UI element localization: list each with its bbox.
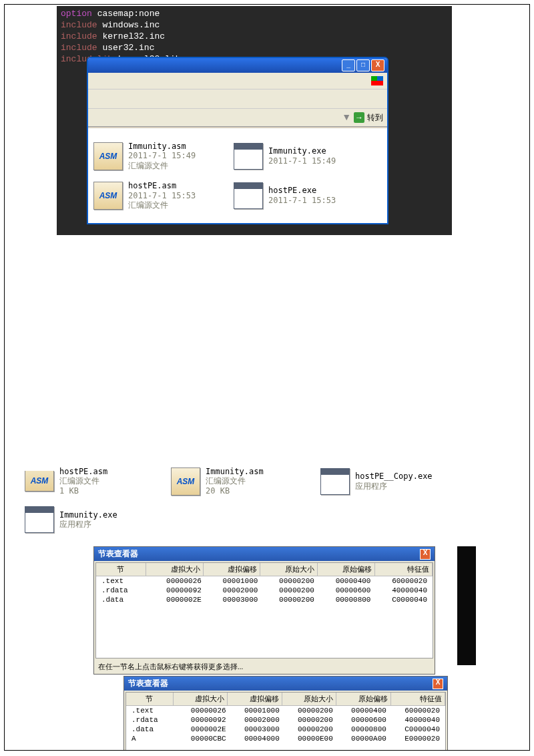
table-empty — [96, 604, 433, 658]
file-name: Immunity.asm — [128, 142, 196, 151]
close-button[interactable]: X — [371, 59, 384, 71]
file-date: 2011-7-1 15:53 — [128, 191, 196, 200]
titlebar[interactable]: _ □ X — [88, 58, 387, 73]
dark-border — [457, 546, 476, 665]
file-item[interactable]: Immunity.exe 2011-7-1 15:49 — [234, 142, 374, 170]
go-arrow-icon: → — [354, 112, 364, 123]
explorer-window[interactable]: _ □ X ▼ → 转到 ASM Immunity.asm 2011-7-1 1… — [87, 57, 388, 224]
windows-flag-icon — [371, 76, 383, 85]
keyword: include — [61, 20, 97, 30]
file-type: 应用程序 — [59, 520, 117, 529]
section-table[interactable]: 节 虚拟大小 虚拟偏移 原始大小 原始偏移 特征值 .text000000260… — [95, 562, 433, 658]
address-bar[interactable]: ▼ → 转到 — [88, 109, 387, 127]
section-viewer-window[interactable]: 节表查看器 X 节 虚拟大小 虚拟偏移 原始大小 原始偏移 特征值 .text0… — [93, 546, 435, 675]
file-item[interactable]: ASM hostPE.asm 2011-7-1 15:53 汇编源文件 — [93, 181, 234, 210]
desktop-files: ASM hostPE.asm 汇编源文件 1 KB ASM Immunity.a… — [17, 459, 529, 541]
table-row[interactable]: .text00000026000010000000020000000400600… — [126, 706, 445, 715]
file-name: hostPE.asm — [128, 181, 196, 190]
file-pane[interactable]: ASM Immunity.asm 2011-7-1 15:49 汇编源文件 Im… — [88, 127, 387, 223]
file-date: 2011-7-1 15:49 — [268, 156, 336, 166]
table-empty — [126, 743, 445, 751]
table-header: 节 虚拟大小 虚拟偏移 原始大小 原始偏移 特征值 — [96, 563, 433, 576]
file-type: 应用程序 — [355, 482, 433, 491]
table-row[interactable]: .rdata0000009200002000000002000000060040… — [96, 586, 433, 595]
section-table[interactable]: 节 虚拟大小 虚拟偏移 原始大小 原始偏移 特征值 .text000000260… — [125, 692, 446, 751]
section-viewer-window[interactable]: 节表查看器 X 节 虚拟大小 虚拟偏移 原始大小 原始偏移 特征值 .text0… — [123, 676, 448, 751]
asm-file-icon: ASM — [171, 467, 200, 496]
asm-file-icon: ASM — [93, 182, 123, 210]
file-date: 2011-7-1 15:49 — [128, 151, 196, 160]
exe-file-icon — [320, 468, 350, 495]
file-item[interactable]: hostPE.exe 2011-7-1 15:53 — [234, 181, 374, 210]
keyword: include — [61, 31, 97, 41]
table-row[interactable]: A00000CBC0000400000000E0000000A00E000002… — [126, 734, 445, 743]
maximize-button[interactable]: □ — [356, 59, 370, 71]
document-page: option casemap:none include windows.inc … — [4, 4, 530, 751]
file-name: Immunity.asm — [206, 467, 264, 476]
file-size: 1 KB — [59, 486, 107, 496]
asm-file-icon: ASM — [25, 471, 54, 492]
code-text: windows.inc — [102, 20, 160, 30]
code-text: user32.inc — [102, 43, 154, 53]
table-row[interactable]: .text00000026000010000000020000000400600… — [96, 576, 433, 586]
code-text: casemap:none — [97, 9, 160, 19]
keyword: option — [61, 9, 92, 19]
section-viewer-area: 节表查看器 X 节 虚拟大小 虚拟偏移 原始大小 原始偏移 特征值 .text0… — [5, 546, 529, 751]
file-size: 20 KB — [206, 486, 264, 496]
go-label: 转到 — [367, 112, 383, 124]
keyword: include — [61, 43, 97, 53]
table-row[interactable]: .data0000002E000030000000020000000800C00… — [126, 725, 445, 734]
exe-file-icon — [234, 143, 263, 170]
table-header: 节 虚拟大小 虚拟偏移 原始大小 原始偏移 特征值 — [126, 693, 445, 706]
close-button[interactable]: X — [420, 549, 431, 560]
status-bar: 在任一节名上点击鼠标右键将获得更多选择... — [94, 660, 435, 674]
file-name: Immunity.exe — [268, 146, 336, 156]
file-name: hostPE__Copy.exe — [355, 471, 433, 481]
file-type: 汇编源文件 — [206, 476, 264, 486]
asm-file-icon: ASM — [93, 142, 123, 170]
go-button[interactable]: → 转到 — [354, 112, 383, 124]
minimize-button[interactable]: _ — [342, 59, 355, 71]
file-type: 汇编源文件 — [59, 476, 107, 486]
file-name: hostPE.asm — [59, 467, 107, 476]
close-button[interactable]: X — [433, 679, 443, 689]
file-type: 汇编源文件 — [128, 161, 196, 170]
code-text: kernel32.inc — [102, 31, 165, 41]
toolbar — [88, 89, 387, 109]
file-name: Immunity.exe — [59, 510, 117, 520]
menubar — [88, 73, 387, 89]
exe-file-icon — [234, 182, 263, 209]
file-date: 2011-7-1 15:53 — [268, 196, 336, 205]
file-name: hostPE.exe — [268, 186, 336, 195]
window-title: 节表查看器 — [128, 678, 168, 689]
table-row[interactable]: .data0000002E000030000000020000000800C00… — [96, 595, 433, 604]
table-row[interactable]: .rdata0000009200002000000002000000060040… — [126, 715, 445, 725]
file-type: 汇编源文件 — [128, 200, 196, 210]
window-title: 节表查看器 — [98, 548, 138, 560]
exe-file-icon — [25, 506, 54, 533]
file-item[interactable]: ASM Immunity.asm 2011-7-1 15:49 汇编源文件 — [93, 142, 234, 170]
